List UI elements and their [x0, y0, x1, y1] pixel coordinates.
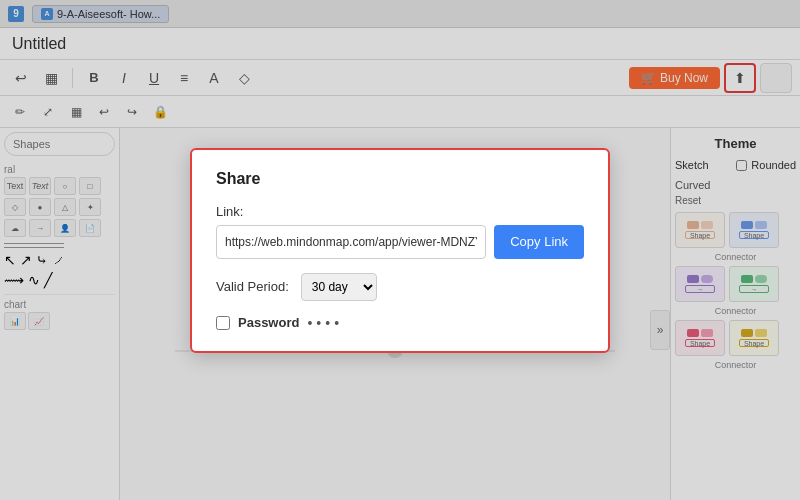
link-label: Link: [216, 204, 584, 219]
password-dots: •••• [307, 315, 343, 331]
dialog-title: Share [216, 170, 584, 188]
link-row: Copy Link [216, 225, 584, 259]
valid-period-label: Valid Period: [216, 279, 289, 294]
copy-link-button[interactable]: Copy Link [494, 225, 584, 259]
link-input[interactable] [216, 225, 486, 259]
modal-overlay[interactable]: Share Link: Copy Link Valid Period: 30 d… [0, 0, 800, 500]
share-dialog: Share Link: Copy Link Valid Period: 30 d… [190, 148, 610, 353]
password-row: Password •••• [216, 315, 584, 331]
password-checkbox[interactable] [216, 316, 230, 330]
valid-period-row: Valid Period: 30 day 1 day 7 day Forever [216, 273, 584, 301]
valid-period-select[interactable]: 30 day 1 day 7 day Forever [301, 273, 377, 301]
password-label: Password [238, 315, 299, 330]
